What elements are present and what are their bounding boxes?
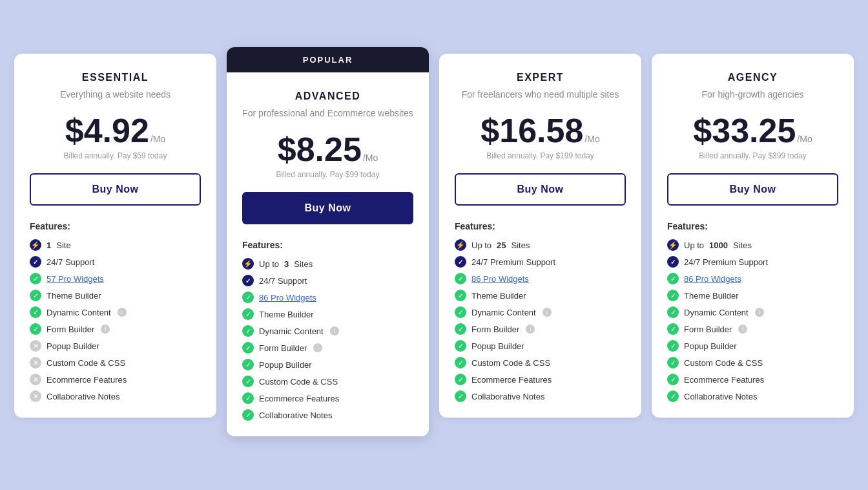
- price-period: /Mo: [797, 134, 812, 144]
- feature-text: Form Builder: [471, 325, 519, 334]
- x-gray-icon: ✕: [30, 390, 41, 402]
- feature-link[interactable]: 86 Pro Widgets: [684, 274, 741, 284]
- info-icon: i: [526, 325, 535, 334]
- feature-item: ✓ Custom Code & CSS: [667, 357, 838, 368]
- check-green-icon: ✓: [242, 342, 254, 354]
- check-green-icon: ✓: [30, 323, 41, 335]
- feature-link[interactable]: 86 Pro Widgets: [259, 293, 316, 303]
- feature-item: ⚡ Up to 25 Sites: [455, 239, 626, 251]
- feature-text: Theme Builder: [46, 291, 101, 301]
- price-amount: $4.92: [65, 114, 149, 147]
- plan-name: ESSENTIAL: [30, 72, 201, 83]
- feature-item: ✓ Form Builderi: [30, 323, 201, 335]
- check-green-icon: ✓: [242, 292, 254, 303]
- feature-item: ✓ Form Builderi: [455, 323, 626, 335]
- check-green-icon: ✓: [667, 290, 679, 301]
- buy-now-button[interactable]: Buy Now: [667, 173, 838, 206]
- price-period: /Mo: [150, 134, 165, 144]
- check-green-icon: ✓: [667, 323, 679, 335]
- feature-text: Dynamic Content: [471, 308, 536, 317]
- feature-bold-text: 1000: [709, 240, 728, 250]
- check-green-icon: ✓: [242, 376, 254, 387]
- feature-item: ✓ Collaborative Notes: [455, 390, 626, 402]
- check-green-icon: ✓: [455, 340, 466, 352]
- feature-item: ✓ 24/7 Support: [30, 256, 201, 268]
- feature-item: ✓ Popup Builder: [455, 340, 626, 352]
- feature-item: ✓ Ecommerce Features: [242, 392, 413, 404]
- feature-text: Collaborative Notes: [471, 392, 544, 401]
- feature-item: ✓ 86 Pro Widgets: [455, 273, 626, 284]
- card-body: EXPERT For freelancers who need multiple…: [439, 54, 641, 418]
- info-icon: i: [118, 308, 127, 317]
- feature-item: ✕ Collaborative Notes: [30, 390, 201, 402]
- feature-text: Popup Builder: [684, 341, 737, 351]
- feature-text: Form Builder: [46, 325, 94, 334]
- feature-text: Ecommerce Features: [471, 375, 552, 385]
- check-green-icon: ✓: [455, 390, 466, 402]
- check-green-icon: ✓: [667, 340, 679, 352]
- feature-text: Collaborative Notes: [259, 410, 332, 420]
- feature-text: Custom Code & CSS: [684, 358, 763, 368]
- feature-item: ✕ Popup Builder: [30, 340, 201, 352]
- info-icon: i: [738, 325, 747, 334]
- feature-list: ⚡ 1 Site ✓ 24/7 Support ✓ 57 Pro Widgets…: [30, 239, 201, 402]
- feature-item: ✓ Popup Builder: [667, 340, 838, 352]
- price-amount: $33.25: [693, 114, 796, 147]
- feature-text: Ecommerce Features: [259, 394, 339, 403]
- plan-card-agency: AGENCY For high-growth agencies $33.25 /…: [652, 54, 854, 418]
- buy-now-button[interactable]: Buy Now: [242, 192, 413, 224]
- check-green-icon: ✓: [242, 325, 254, 337]
- x-gray-icon: ✕: [30, 374, 41, 385]
- feature-item: ✓ Ecommerce Features: [455, 374, 626, 385]
- buy-now-button[interactable]: Buy Now: [455, 173, 626, 206]
- billing-note: Billed annually. Pay $99 today: [242, 170, 413, 179]
- feature-text: Form Builder: [684, 325, 732, 334]
- bolt-icon: ⚡: [242, 258, 254, 270]
- check-green-icon: ✓: [30, 306, 41, 318]
- x-gray-icon: ✕: [30, 340, 41, 352]
- plan-name: AGENCY: [667, 72, 838, 83]
- check-blue-icon: ✓: [455, 256, 466, 268]
- check-green-icon: ✓: [455, 306, 466, 318]
- check-green-icon: ✓: [455, 323, 466, 335]
- feature-item: ✓ 24/7 Premium Support: [455, 256, 626, 268]
- features-label: Features:: [455, 221, 626, 231]
- feature-text: Form Builder: [259, 343, 307, 353]
- feature-text: Theme Builder: [684, 291, 739, 301]
- feature-bold-text: 3: [284, 259, 289, 269]
- feature-bold-text: 1: [46, 240, 51, 250]
- price-row: $16.58 /Mo: [455, 114, 626, 147]
- check-green-icon: ✓: [455, 290, 466, 301]
- check-blue-icon: ✓: [30, 256, 41, 268]
- feature-item: ✓ 86 Pro Widgets: [242, 292, 413, 303]
- feature-item: ✓ 24/7 Support: [242, 275, 413, 286]
- features-label: Features:: [242, 240, 413, 250]
- feature-text: Ecommerce Features: [684, 375, 764, 385]
- feature-text: Popup Builder: [46, 341, 99, 351]
- feature-text: 24/7 Support: [46, 257, 94, 267]
- feature-link[interactable]: 57 Pro Widgets: [46, 274, 104, 284]
- plan-description: For professional and Ecommerce websites: [242, 107, 413, 120]
- feature-text: 24/7 Support: [259, 276, 307, 286]
- feature-link[interactable]: 86 Pro Widgets: [471, 274, 529, 284]
- buy-now-button[interactable]: Buy Now: [30, 173, 201, 206]
- plan-description: For high-growth agencies: [667, 89, 838, 101]
- feature-item: ✓ 57 Pro Widgets: [30, 273, 201, 284]
- feature-list: ⚡ Up to 3 Sites ✓ 24/7 Support ✓ 86 Pro …: [242, 258, 413, 421]
- feature-text: Collaborative Notes: [684, 392, 757, 401]
- feature-item: ✓ Dynamic Contenti: [455, 306, 626, 318]
- check-green-icon: ✓: [455, 273, 466, 284]
- feature-item: ✓ Dynamic Contenti: [242, 325, 413, 337]
- feature-item: ✓ Theme Builder: [455, 290, 626, 301]
- check-green-icon: ✓: [30, 290, 41, 301]
- bolt-icon: ⚡: [455, 239, 466, 251]
- price-period: /Mo: [363, 153, 378, 163]
- bolt-icon: ⚡: [667, 239, 679, 251]
- feature-text: Theme Builder: [259, 310, 314, 319]
- check-green-icon: ✓: [30, 273, 41, 284]
- billing-note: Billed annually. Pay $59 today: [30, 151, 201, 160]
- feature-text: Dynamic Content: [684, 308, 749, 317]
- price-period: /Mo: [584, 134, 599, 144]
- plan-description: Everything a website needs: [30, 89, 201, 101]
- feature-item: ✓ Collaborative Notes: [242, 409, 413, 421]
